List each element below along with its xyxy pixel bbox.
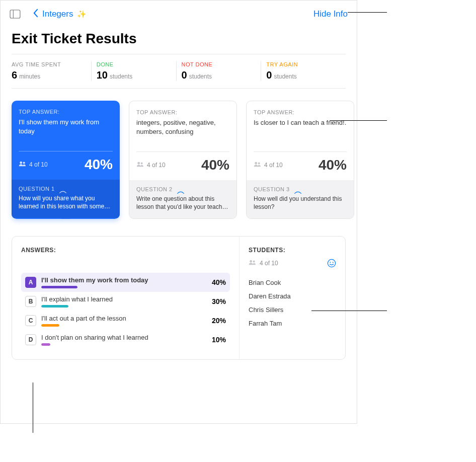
page-title: Exit Ticket Results xyxy=(1,25,357,51)
student-name[interactable]: Brian Cook xyxy=(249,276,336,289)
svg-point-8 xyxy=(250,260,252,263)
arc-icon xyxy=(177,187,184,191)
callout-line xyxy=(311,311,387,311)
answer-pct: 10% xyxy=(204,336,226,344)
question-cards: TOP ANSWER: I'll show them my work from … xyxy=(1,89,357,227)
answer-letter: C xyxy=(25,315,36,326)
answer-row-b[interactable]: B I'll explain what I learned 30% xyxy=(21,292,230,311)
top-answer-label: TOP ANSWER: xyxy=(136,109,229,115)
answer-pct: 30% xyxy=(204,297,226,305)
people-icon xyxy=(19,161,27,168)
svg-rect-0 xyxy=(10,10,20,18)
students-heading: STUDENTS: xyxy=(249,247,336,254)
answer-text: I'll show them my work from today xyxy=(41,276,199,284)
answer-pct: 20% xyxy=(204,317,226,325)
students-list: Brian CookDaren EstradaChris SillersFarr… xyxy=(249,276,336,330)
detail-panel: ANSWERS: A I'll show them my work from t… xyxy=(12,236,346,360)
stat-label: DONE xyxy=(97,61,171,67)
stat-try-again: TRY AGAIN 0 students xyxy=(261,61,346,81)
svg-point-9 xyxy=(253,261,255,263)
students-count-text: 4 of 10 xyxy=(260,260,278,267)
svg-point-4 xyxy=(137,162,140,165)
question-text: Write one question about this lesson tha… xyxy=(136,195,229,211)
top-answer-text: Is closer to I can teach a friend!. xyxy=(254,118,347,127)
answer-row-d[interactable]: D I don't plan on sharing what I learned… xyxy=(21,330,230,349)
back-chevron-icon[interactable] xyxy=(33,8,38,21)
svg-point-7 xyxy=(258,163,260,165)
answer-list: A I'll show them my work from today 40% … xyxy=(21,273,230,349)
response-pct: 40% xyxy=(201,157,229,173)
students-count: 4 of 10 xyxy=(249,260,278,267)
answer-row-a[interactable]: A I'll show them my work from today 40% xyxy=(21,273,230,292)
topbar-left: Integers ✨ xyxy=(10,8,87,21)
answers-column: ANSWERS: A I'll show them my work from t… xyxy=(12,237,240,359)
stat-avg-time: AVG TIME SPENT 6 minutes xyxy=(12,61,92,81)
answer-pct: 40% xyxy=(204,278,226,286)
students-column: STUDENTS: 4 of 10 Brian CookDaren Estrad… xyxy=(240,237,345,359)
question-label: QUESTION 2 xyxy=(136,186,173,192)
svg-point-6 xyxy=(255,162,257,165)
answer-text: I'll explain what I learned xyxy=(41,295,199,303)
question-text: How will you share what you learned in t… xyxy=(19,194,113,210)
answer-bar xyxy=(41,305,68,307)
stat-label: TRY AGAIN xyxy=(266,61,341,67)
response-pct: 40% xyxy=(85,157,113,173)
top-answer-label: TOP ANSWER: xyxy=(19,109,113,115)
stat-unit: students xyxy=(110,73,132,80)
top-answer-text: integers, positive, negative, numbers, c… xyxy=(136,118,229,136)
answer-text: I don't plan on sharing what I learned xyxy=(41,334,199,341)
stat-value: 10 xyxy=(97,69,108,81)
people-icon xyxy=(249,260,257,267)
answer-bar xyxy=(41,286,77,288)
question-card-1[interactable]: TOP ANSWER: I'll show them my work from … xyxy=(12,101,120,219)
svg-point-11 xyxy=(330,262,331,263)
callout-line xyxy=(33,382,33,433)
callout-line xyxy=(348,12,387,13)
answer-row-c[interactable]: C I'll act out a part of the lesson 20% xyxy=(21,311,230,330)
answer-bar xyxy=(41,343,50,346)
answer-text: I'll act out a part of the lesson xyxy=(41,315,199,322)
svg-point-10 xyxy=(328,259,335,267)
stats-row: AVG TIME SPENT 6 minutes DONE 10 student… xyxy=(12,54,346,89)
response-count: 4 of 10 xyxy=(136,162,166,169)
response-count: 4 of 10 xyxy=(19,161,48,168)
stat-not-done: NOT DONE 0 students xyxy=(177,61,262,81)
top-answer-label: TOP ANSWER: xyxy=(254,109,347,115)
back-label[interactable]: Integers xyxy=(42,9,73,19)
people-icon xyxy=(254,162,262,169)
smiley-icon[interactable] xyxy=(327,259,336,268)
question-label: QUESTION 1 xyxy=(19,186,55,192)
stat-unit: students xyxy=(274,73,296,80)
svg-point-12 xyxy=(333,262,334,263)
svg-point-5 xyxy=(141,163,143,165)
stat-label: NOT DONE xyxy=(182,61,256,67)
arc-icon xyxy=(294,187,301,191)
question-text: How well did you understand this lesson? xyxy=(254,195,347,211)
svg-point-3 xyxy=(23,162,25,164)
svg-point-2 xyxy=(20,162,22,164)
people-icon xyxy=(136,162,144,169)
student-name[interactable]: Daren Estrada xyxy=(249,289,336,303)
topbar: Integers ✨ Hide Info xyxy=(1,1,357,25)
student-name[interactable]: Farrah Tam xyxy=(249,317,336,330)
answer-bar xyxy=(41,324,59,327)
response-count: 4 of 10 xyxy=(254,162,283,169)
sidebar-toggle-icon[interactable] xyxy=(10,10,21,19)
stat-unit: minutes xyxy=(19,73,40,80)
sparkle-icon: ✨ xyxy=(77,10,87,19)
card-pointer xyxy=(61,218,71,219)
stat-label: AVG TIME SPENT xyxy=(12,61,86,67)
stat-done: DONE 10 students xyxy=(92,61,177,81)
top-answer-text: I'll show them my work from today xyxy=(19,118,113,135)
student-name[interactable]: Chris Sillers xyxy=(249,303,336,317)
question-card-2[interactable]: TOP ANSWER: integers, positive, negative… xyxy=(129,101,237,219)
answer-letter: D xyxy=(25,334,36,345)
answer-letter: A xyxy=(25,277,36,288)
question-card-3[interactable]: TOP ANSWER: Is closer to I can teach a f… xyxy=(246,101,354,219)
answer-letter: B xyxy=(25,296,36,307)
hide-info-button[interactable]: Hide Info xyxy=(313,9,348,19)
question-label: QUESTION 3 xyxy=(254,186,290,192)
callout-line xyxy=(330,120,387,121)
stat-value: 6 xyxy=(12,69,17,81)
response-pct: 40% xyxy=(319,157,347,173)
